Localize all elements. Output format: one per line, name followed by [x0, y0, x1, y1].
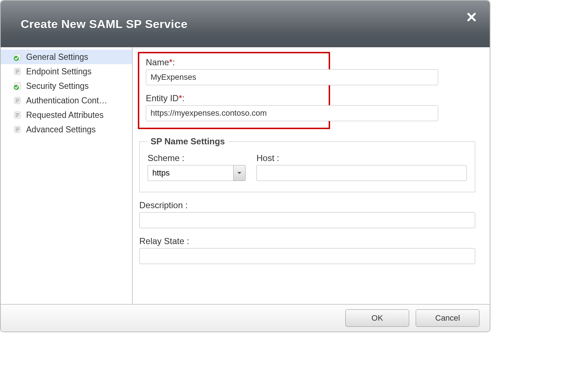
description-field-row: Description :	[139, 200, 475, 228]
sidebar-item-general-settings[interactable]: General Settings	[1, 50, 132, 64]
main-panel: Name*: Entity ID*: SP Name	[133, 48, 490, 304]
svg-point-4	[14, 85, 19, 90]
host-input[interactable]	[256, 165, 467, 181]
sidebar-item-label: Requested Attributes	[26, 110, 104, 120]
host-column: Host :	[256, 153, 467, 181]
ok-button[interactable]: OK	[345, 309, 409, 327]
name-field-row: Name*:	[146, 57, 322, 85]
svg-point-1	[14, 56, 19, 61]
sidebar: General SettingsEndpoint SettingsSecurit…	[1, 48, 133, 304]
sp-name-settings-fieldset: SP Name Settings Scheme : Host :	[139, 136, 475, 192]
dialog-window: Create New SAML SP Service General Setti…	[0, 0, 490, 332]
entityid-input[interactable]	[146, 105, 438, 121]
dialog-title: Create New SAML SP Service	[21, 17, 188, 31]
relaystate-label: Relay State :	[139, 236, 475, 246]
highlight-box: Name*: Entity ID*:	[138, 52, 330, 129]
name-label-text: Name	[146, 57, 169, 67]
relaystate-field-row: Relay State :	[139, 236, 475, 264]
sidebar-item-endpoint-settings[interactable]: Endpoint Settings	[1, 64, 132, 79]
document-icon	[13, 125, 22, 134]
scheme-input[interactable]	[148, 165, 234, 181]
document-icon	[13, 110, 22, 120]
required-asterisk: *	[179, 93, 182, 103]
host-label: Host :	[256, 153, 467, 163]
sidebar-item-advanced-settings[interactable]: Advanced Settings	[1, 122, 132, 137]
entityid-label-text: Entity ID	[146, 93, 179, 103]
name-label: Name*:	[146, 57, 322, 67]
sidebar-item-requested-attributes[interactable]: Requested Attributes	[1, 108, 132, 122]
document-icon	[13, 67, 22, 76]
sidebar-item-label: Security Settings	[26, 81, 89, 91]
description-label: Description :	[139, 200, 475, 210]
dialog-titlebar: Create New SAML SP Service	[1, 1, 490, 47]
chevron-down-icon	[237, 170, 242, 176]
sp-name-settings-legend: SP Name Settings	[148, 136, 228, 147]
relaystate-input[interactable]	[139, 248, 475, 264]
check-circle-icon	[13, 52, 22, 62]
dialog-footer: OK Cancel	[1, 304, 490, 332]
sidebar-item-label: Endpoint Settings	[26, 67, 91, 77]
description-input[interactable]	[139, 212, 475, 228]
scheme-column: Scheme :	[148, 153, 246, 181]
dialog-body: General SettingsEndpoint SettingsSecurit…	[1, 47, 490, 304]
cancel-button[interactable]: Cancel	[416, 309, 480, 327]
required-asterisk: *	[169, 57, 172, 67]
close-icon[interactable]	[466, 12, 477, 22]
sidebar-item-label: Advanced Settings	[26, 125, 96, 135]
sp-row: Scheme : Host :	[148, 153, 467, 181]
entityid-field-row: Entity ID*:	[146, 93, 322, 121]
sidebar-item-authentication-context[interactable]: Authentication Cont…	[1, 93, 132, 108]
sidebar-item-label: Authentication Cont…	[26, 96, 107, 106]
document-icon	[13, 96, 22, 105]
scheme-dropdown-button[interactable]	[233, 165, 246, 181]
check-circle-icon	[13, 81, 22, 91]
entityid-label: Entity ID*:	[146, 93, 322, 103]
scheme-combobox	[148, 165, 246, 181]
sidebar-item-label: General Settings	[26, 52, 88, 62]
sidebar-item-security-settings[interactable]: Security Settings	[1, 79, 132, 93]
scheme-label: Scheme :	[148, 153, 246, 163]
name-input[interactable]	[146, 69, 438, 85]
